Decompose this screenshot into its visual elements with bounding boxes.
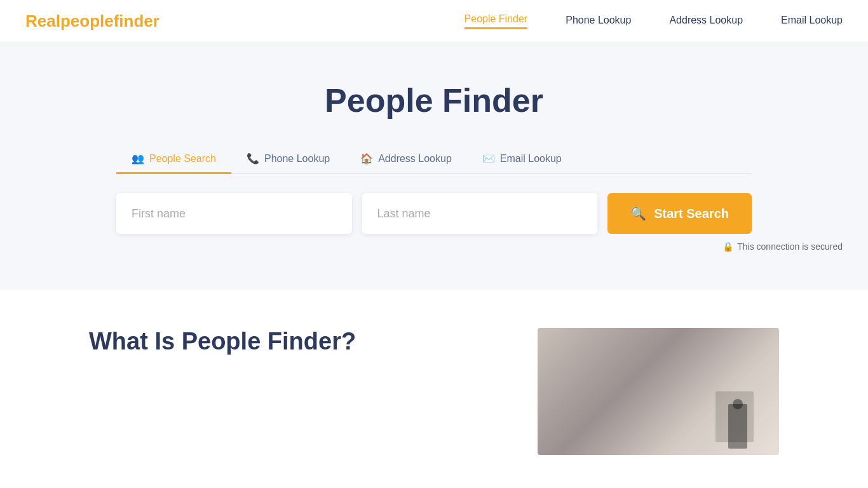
person-head <box>733 399 743 409</box>
tab-people-search[interactable]: 👥 People Search <box>116 145 231 174</box>
email-icon: ✉️ <box>482 152 495 165</box>
start-search-label: Start Search <box>654 207 729 221</box>
tab-email-lookup-label: Email Lookup <box>500 153 562 165</box>
search-icon: 🔍 <box>630 206 646 221</box>
lock-icon: 🔒 <box>722 241 733 252</box>
people-icon: 👥 <box>132 152 144 165</box>
lower-image <box>538 328 779 455</box>
lower-text-area: What Is People Finder? <box>89 328 499 355</box>
secure-text: This connection is secured <box>737 241 843 252</box>
nav-item-people-finder[interactable]: People Finder <box>465 13 528 29</box>
tab-people-search-label: People Search <box>149 153 216 165</box>
secure-badge: 🔒 This connection is secured <box>207 241 843 252</box>
tab-phone-lookup[interactable]: 📞 Phone Lookup <box>231 145 345 174</box>
hero-section: People Finder 👥 People Search 📞 Phone Lo… <box>0 43 868 290</box>
search-tabs: 👥 People Search 📞 Phone Lookup 🏠 Address… <box>116 145 752 174</box>
home-icon: 🏠 <box>360 152 373 165</box>
phone-icon: 📞 <box>247 152 259 165</box>
lower-title: What Is People Finder? <box>89 328 499 355</box>
nav-item-email-lookup[interactable]: Email Lookup <box>781 15 843 29</box>
main-nav: People Finder Phone Lookup Address Looku… <box>465 13 843 29</box>
tab-address-lookup-label: Address Lookup <box>378 153 452 165</box>
person-silhouette <box>728 404 747 449</box>
hero-title: People Finder <box>325 81 543 119</box>
start-search-button[interactable]: 🔍 Start Search <box>607 193 752 234</box>
tab-address-lookup[interactable]: 🏠 Address Lookup <box>345 145 467 174</box>
site-header: Realpeoplefinder People Finder Phone Loo… <box>0 0 868 43</box>
tab-email-lookup[interactable]: ✉️ Email Lookup <box>467 145 577 174</box>
search-form: 🔍 Start Search <box>116 193 752 234</box>
first-name-input[interactable] <box>116 193 352 234</box>
nav-item-phone-lookup[interactable]: Phone Lookup <box>566 15 631 29</box>
tab-phone-lookup-label: Phone Lookup <box>264 153 330 165</box>
nav-item-address-lookup[interactable]: Address Lookup <box>669 15 743 29</box>
site-logo[interactable]: Realpeoplefinder <box>25 11 159 31</box>
lower-section: What Is People Finder? <box>0 290 868 488</box>
last-name-input[interactable] <box>362 193 598 234</box>
